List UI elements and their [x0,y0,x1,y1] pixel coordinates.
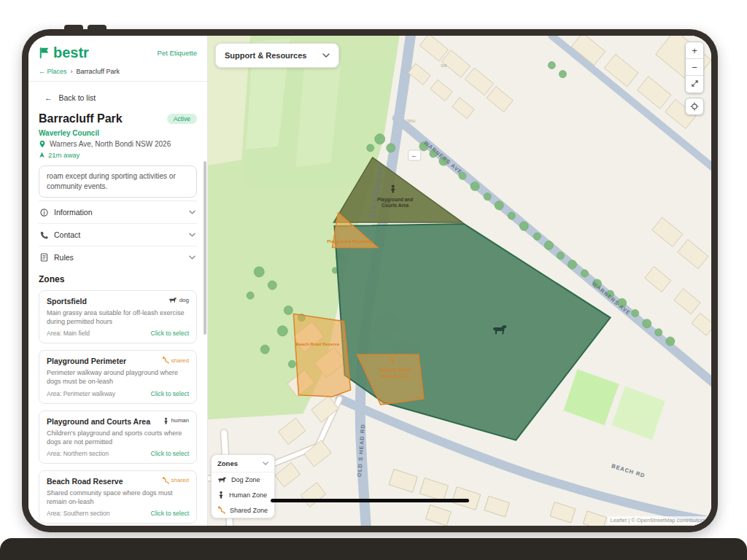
zone-area: Area: Perimeter walkway [47,390,115,397]
accordion-contact[interactable]: Contact [39,223,197,246]
pet-etiquette-link[interactable]: Pet Etiquette [158,49,197,57]
accordion-rules-label: Rules [54,253,74,262]
chevron-down-icon [322,53,330,58]
breadcrumb-current: Barracluff Park [77,68,120,75]
breadcrumb-places-link[interactable]: ← Places [39,68,67,75]
fullscreen-button[interactable] [686,76,703,93]
zoom-out-button[interactable]: − [686,59,703,76]
distance-text: 21m away [48,151,80,159]
map-canvas[interactable]: 349 355A [208,36,711,526]
svg-text:349: 349 [441,63,447,67]
map-attribution: Leaflet | © OpenStreetMap contributors [608,516,708,524]
bestr-flag-icon [39,47,50,59]
zone-card-sportsfield[interactable]: Sportsfield dog Main grassy area suitabl… [39,290,197,343]
address-text: Warners Ave, North Bondi NSW 2026 [50,140,171,148]
legend-title: Zones [217,459,238,467]
zone-area: Area: Main field [47,330,90,337]
dog-icon [169,297,177,303]
chevron-down-icon [263,462,268,465]
zone-description: Shared community space where dogs must r… [47,489,189,506]
svg-text:Simpson Street: Simpson Street [379,368,411,372]
zone-select-action[interactable]: Click to select [151,450,189,457]
zone-select-action[interactable]: Click to select [151,330,189,337]
info-icon [40,209,48,217]
home-indicator[interactable] [271,499,469,502]
svg-text:355A: 355A [407,119,416,123]
app-screen: bestr Pet Etiquette ← Places › Barracluf… [28,36,711,526]
breadcrumb: ← Places › Barracluff Park [28,64,207,82]
support-resources-label: Support & Resources [225,51,306,60]
legend-item-label: Human Zone [229,491,267,499]
zone-area: Area: Southern section [47,510,109,517]
legend-item-shared-zone[interactable]: Shared Zone [212,502,274,518]
person-icon [217,491,225,499]
map-zoom-controls: + − [685,42,704,115]
legend-item-human-zone[interactable]: Human Zone [212,487,274,502]
svg-text:←: ← [411,152,417,159]
zone-name: Playground and Courts Area [47,417,150,426]
zone-card-playground-courts[interactable]: Playground and Courts Area human Childre… [39,411,197,464]
svg-text:Courts Area: Courts Area [382,203,409,208]
zone-description: Main grassy area suitable for off-leash … [47,308,189,326]
zone-select-action[interactable]: Click to select [151,510,189,517]
leash-icon [217,506,225,514]
zone-name: Playground Perimeter [47,357,126,365]
leash-icon [162,357,169,364]
park-notice-text: roam except during sporting activities o… [39,166,197,198]
breadcrumb-separator: › [71,68,73,75]
expand-icon [691,79,699,88]
status-badge: Active [167,114,197,124]
svg-text:Playground Perimeter: Playground Perimeter [327,239,373,244]
chevron-down-icon [189,233,196,237]
sidebar-scroll-area[interactable]: ← Back to list Barracluff Park Active Wa… [28,82,207,526]
brand-logo-text: bestr [53,44,89,61]
zone-type-badge-shared: shared [162,357,189,364]
sidebar-header: bestr Pet Etiquette [28,36,207,64]
map-area: 349 355A [208,36,711,526]
zone-polygon-beach-road-reserve[interactable] [293,314,350,397]
accordion-information[interactable]: Information [39,201,197,223]
zone-description: Perimeter walkway around playground wher… [47,368,189,386]
accordion-contact-label: Contact [54,230,80,239]
zone-area: Area: Northern section [47,450,109,457]
back-to-list-button[interactable]: ← Back to list [44,93,96,102]
legend-item-label: Dog Zone [231,476,260,483]
zone-description: Children's playground and sports courts … [47,429,189,446]
map-arrow-marker: ← [409,150,421,160]
zone-card-beach-road-reserve[interactable]: Beach Road Reserve shared Shared communi… [39,470,197,524]
chevron-down-icon [189,255,196,260]
location-pin-icon [39,140,46,148]
person-icon [163,417,169,424]
zones-heading: Zones [39,274,197,284]
svg-text:Beach Road Reserve: Beach Road Reserve [296,342,340,346]
sidebar-scrollbar[interactable] [204,161,206,335]
tablet-frame: bestr Pet Etiquette ← Places › Barracluf… [22,29,718,532]
page-title: Barracluff Park [39,112,123,125]
locate-button[interactable] [685,98,704,115]
map-legend: Zones Dog Zone Human Zone Shared Zone [211,454,275,518]
distance-nav-icon [39,152,45,158]
tablet-base [0,538,747,560]
zone-type-badge-dog: dog [169,297,189,303]
legend-header[interactable]: Zones [212,455,274,472]
zone-name: Sportsfield [47,297,87,306]
council-name: Waverley Council [39,129,197,137]
accordion-rules[interactable]: Rules [39,246,197,268]
zone-card-playground-perimeter[interactable]: Playground Perimeter shared Perimeter wa… [39,350,197,403]
zone-type-badge-human: human [163,417,189,424]
svg-text:Playground and: Playground and [377,197,413,203]
phone-icon [40,231,48,239]
legend-item-label: Shared Zone [230,507,268,514]
brand-logo[interactable]: bestr [39,44,89,61]
svg-text:Road Closure: Road Closure [381,374,410,378]
zone-select-action[interactable]: Click to select [151,390,189,397]
leash-icon [162,477,169,484]
dog-icon [217,476,227,483]
zoom-in-button[interactable]: + [686,42,703,59]
legend-item-dog-zone[interactable]: Dog Zone [212,472,274,487]
chevron-down-icon [189,210,196,214]
document-icon [40,253,48,262]
zone-type-badge-shared: shared [162,477,189,484]
sidebar: bestr Pet Etiquette ← Places › Barracluf… [28,36,208,526]
support-resources-dropdown[interactable]: Support & Resources [215,43,339,68]
